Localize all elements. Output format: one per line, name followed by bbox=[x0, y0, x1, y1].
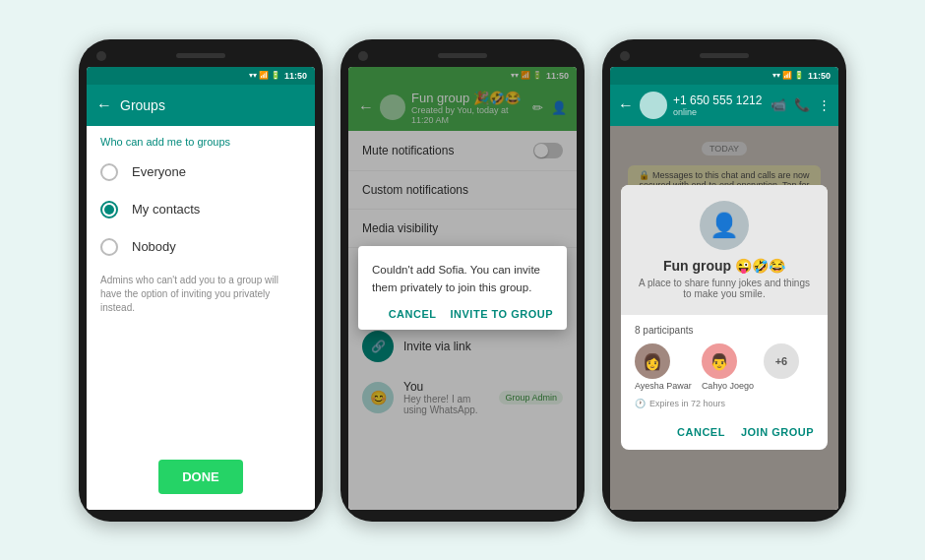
back-button-3[interactable]: ← bbox=[618, 96, 634, 114]
dialog-overlay: Couldn't add Sofia. You can invite them … bbox=[348, 67, 577, 510]
camera-3 bbox=[620, 51, 630, 61]
dialog-box: Couldn't add Sofia. You can invite them … bbox=[358, 246, 567, 330]
radio-label-mycontacts: My contacts bbox=[132, 202, 200, 217]
speaker-1 bbox=[176, 53, 225, 58]
groups-content: Who can add me to groups Everyone My con… bbox=[87, 126, 315, 510]
screen-1: ▾▾ 📶 🔋 11:50 ← Groups Who can add me to … bbox=[87, 67, 315, 510]
join-group-button[interactable]: JOIN GROUP bbox=[741, 426, 814, 438]
avatar-face-1: 👩 bbox=[635, 343, 670, 379]
phone-top-3 bbox=[610, 51, 838, 67]
chat-app-bar: ← +1 650 555 1212 online 📹 📞 ⋮ bbox=[610, 85, 838, 126]
dialog-actions: CANCEL INVITE TO GROUP bbox=[372, 308, 553, 320]
camera-2 bbox=[358, 51, 368, 61]
radio-circle-mycontacts[interactable] bbox=[100, 201, 118, 218]
avatar-label-1: Ayesha Pawar bbox=[635, 381, 692, 391]
radio-everyone[interactable]: Everyone bbox=[87, 154, 315, 191]
more-icon[interactable]: ⋮ bbox=[818, 97, 831, 112]
wifi-icon: ▾▾ bbox=[249, 71, 257, 80]
invite-card-overlay: 👤 Fun group 😜🤣😂 A place to share funny j… bbox=[610, 126, 838, 510]
chat-info-3: +1 650 555 1212 online bbox=[673, 93, 765, 117]
invite-group-icon: 👤 bbox=[700, 201, 749, 250]
phone-2: ▾▾ 📶 🔋 11:50 ← Fun group 🎉🤣😂 Created by … bbox=[340, 39, 585, 522]
invite-avatar-1: 👩 Ayesha Pawar bbox=[635, 343, 692, 391]
invite-group-desc: A place to share funny jokes and things … bbox=[637, 278, 812, 299]
radio-label-everyone: Everyone bbox=[132, 164, 186, 179]
phone-top-1 bbox=[87, 51, 315, 67]
dialog-text: Couldn't add Sofia. You can invite them … bbox=[372, 262, 553, 296]
battery-icon: 🔋 bbox=[271, 71, 280, 80]
chat-name-3: +1 650 555 1212 bbox=[673, 93, 765, 107]
invite-card-header: 👤 Fun group 😜🤣😂 A place to share funny j… bbox=[621, 185, 828, 315]
page-title-1: Groups bbox=[120, 97, 305, 113]
phone-1: ▾▾ 📶 🔋 11:50 ← Groups Who can add me to … bbox=[79, 39, 323, 522]
done-btn-container: DONE bbox=[87, 444, 315, 510]
invite-avatar-more: +6 bbox=[764, 343, 799, 391]
status-icons-1: ▾▾ 📶 🔋 bbox=[249, 71, 280, 80]
invite-expiry: 🕐 Expires in 72 hours bbox=[635, 399, 814, 408]
wifi-icon-3: ▾▾ bbox=[772, 71, 780, 80]
app-bar-1: ← Groups bbox=[87, 85, 315, 126]
radio-nobody[interactable]: Nobody bbox=[87, 228, 315, 266]
chat-icons-3: 📹 📞 ⋮ bbox=[771, 97, 831, 112]
invite-avatars-row: 👩 Ayesha Pawar 👨 Cahyo Joego bbox=[635, 343, 814, 391]
invite-card-actions: CANCEL JOIN GROUP bbox=[621, 418, 828, 450]
done-button[interactable]: DONE bbox=[158, 460, 243, 494]
signal-icon-3: 📶 bbox=[782, 71, 792, 80]
avatar-face-2: 👨 bbox=[702, 343, 737, 379]
dialog-invite-button[interactable]: INVITE TO GROUP bbox=[451, 308, 553, 320]
status-time-3: 11:50 bbox=[808, 71, 831, 81]
invite-group-name: Fun group 😜🤣😂 bbox=[663, 258, 785, 274]
screen-3: ▾▾ 📶 🔋 11:50 ← +1 650 555 1212 online 📹 … bbox=[610, 67, 838, 510]
chat-background: TODAY 🔒 Messages to this chat and calls … bbox=[610, 126, 838, 510]
invite-card-body: 8 participants 👩 Ayesha Pawar 👨 bbox=[621, 315, 828, 418]
radio-circle-everyone[interactable] bbox=[100, 163, 118, 181]
status-bar-1: ▾▾ 📶 🔋 11:50 bbox=[87, 67, 315, 85]
call-icon[interactable]: 📞 bbox=[794, 97, 810, 112]
invite-participants-label: 8 participants bbox=[635, 325, 814, 336]
signal-icon: 📶 bbox=[259, 71, 269, 80]
speaker-3 bbox=[700, 53, 749, 58]
battery-icon-3: 🔋 bbox=[794, 71, 804, 80]
chat-avatar-3 bbox=[640, 92, 667, 119]
invite-card: 👤 Fun group 😜🤣😂 A place to share funny j… bbox=[621, 185, 828, 450]
chat-status-3: online bbox=[673, 107, 765, 117]
dialog-cancel-button[interactable]: CANCEL bbox=[389, 308, 437, 320]
screen-2: ▾▾ 📶 🔋 11:50 ← Fun group 🎉🤣😂 Created by … bbox=[348, 67, 577, 510]
section-label-1: Who can add me to groups bbox=[87, 126, 315, 154]
status-icons-3: ▾▾ 📶 🔋 bbox=[772, 71, 804, 80]
radio-label-nobody: Nobody bbox=[132, 239, 176, 254]
invite-avatar-2: 👨 Cahyo Joego bbox=[702, 343, 754, 391]
radio-mycontacts[interactable]: My contacts bbox=[87, 191, 315, 228]
phone-3: ▾▾ 📶 🔋 11:50 ← +1 650 555 1212 online 📹 … bbox=[602, 39, 846, 522]
invite-cancel-button[interactable]: CANCEL bbox=[677, 426, 725, 438]
camera-1 bbox=[96, 51, 106, 61]
expiry-text: Expires in 72 hours bbox=[649, 399, 725, 408]
phone-top-2 bbox=[348, 51, 577, 67]
more-count-bubble: +6 bbox=[764, 343, 799, 379]
speaker-2 bbox=[438, 53, 487, 58]
back-button-1[interactable]: ← bbox=[96, 96, 112, 114]
radio-circle-nobody[interactable] bbox=[100, 238, 118, 256]
avatar-label-2: Cahyo Joego bbox=[702, 381, 754, 391]
clock-icon: 🕐 bbox=[635, 399, 646, 408]
video-call-icon[interactable]: 📹 bbox=[771, 97, 786, 112]
note-text-1: Admins who can't add you to a group will… bbox=[87, 266, 315, 323]
status-bar-3: ▾▾ 📶 🔋 11:50 bbox=[610, 67, 838, 85]
status-time-1: 11:50 bbox=[284, 71, 307, 81]
